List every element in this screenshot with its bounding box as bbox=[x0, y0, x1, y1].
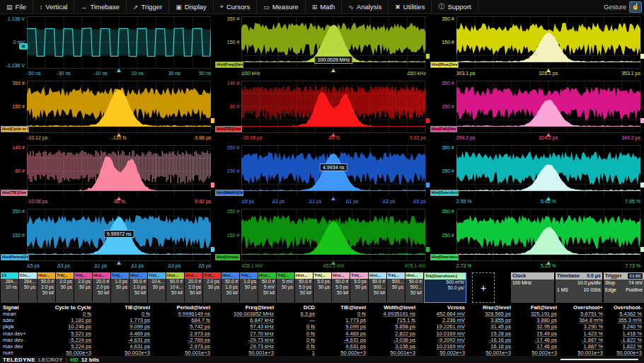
descriptor-box[interactable]: Hist...50.0 #5.0 ps50 k# bbox=[295, 272, 313, 303]
gesture-control[interactable]: Gesture ☝ bbox=[604, 1, 644, 13]
table-cell: -29.73 kHz bbox=[212, 337, 276, 343]
trace-label[interactable]: Hist(Freq@lev bbox=[215, 62, 243, 68]
panel-zoom-trace-z3[interactable]: 1.136 V0 mV-1.136 V-50 ns-30 ns-10 ns10 … bbox=[0, 14, 214, 79]
descriptor-box[interactable]: Hist...50.0 #10 k...50 k# bbox=[166, 272, 184, 303]
descriptor-box[interactable]: Trk(...5.0 ps50 μs bbox=[314, 272, 331, 303]
menu-utilities[interactable]: ✖Utilities bbox=[389, 0, 432, 13]
x-axis: Δ5 psΔ3 psΔ1 psΔ1 psΔ3 psΔ5 ps bbox=[27, 263, 211, 270]
descriptor-box[interactable]: Hist...50.0 #1.0 ps50 k# bbox=[130, 272, 147, 303]
panel-hist-cycle-to-cycle[interactable]: 350 #150 #-50 #-10.12 ps-120 fs9.88 psHi… bbox=[0, 79, 214, 143]
descriptor-value: 1.0 ps bbox=[240, 279, 258, 284]
plot-area bbox=[456, 81, 640, 133]
descriptor-box[interactable]: Hist...50.0 #500...50 k# bbox=[406, 272, 423, 303]
y-tick: 350 # bbox=[430, 145, 454, 150]
timebase-sample-rate: 10 GS/s bbox=[583, 287, 601, 294]
panel-hist-overshoot-neg[interactable]: 350 #150 #-50 #2.73 %5.23 %7.73 %Hist(Ov… bbox=[430, 207, 644, 271]
trace-label[interactable]: Hist(Width@le bbox=[215, 190, 243, 196]
table-cell: 50.002e+3 bbox=[513, 350, 559, 356]
descriptor-box[interactable]: Hist...20.0 #2.0 ps50 k# bbox=[93, 272, 110, 303]
trace-label[interactable]: Hist(Overshoot bbox=[430, 190, 459, 196]
descriptor-box[interactable]: Trk(...2.0 ps50 μs bbox=[203, 272, 221, 303]
level-marker bbox=[640, 54, 644, 59]
descriptor-box[interactable]: Trk(...1.0 ps50 μs bbox=[240, 272, 258, 303]
x-tick: -10.08 ps bbox=[241, 135, 262, 140]
panel-hist-period-at-level[interactable]: 350 #150 #-50 #9.99972 nsΔ5 psΔ3 psΔ1 ps… bbox=[0, 207, 214, 271]
row-label: max dev- bbox=[0, 337, 37, 343]
descriptor-box[interactable]: Hist...50.0 #5 mV50 k# bbox=[258, 272, 276, 303]
column-header: Freq@level bbox=[212, 304, 276, 311]
table-cell: 50.001e+3 bbox=[152, 350, 212, 356]
descriptor-box[interactable]: Clo...284...50 μs bbox=[19, 272, 37, 303]
trace-label[interactable]: Hist(Vcross bbox=[215, 254, 240, 260]
trace-label[interactable]: Hist(Rise@lev bbox=[430, 62, 459, 68]
column-header: Width@level bbox=[368, 304, 418, 311]
panel-hist-tie-pink[interactable]: 140 #60 #-20 #-10.08 ps-80 fs9.92 psHist… bbox=[0, 143, 214, 207]
trace-label[interactable]: Hist(Overshoot- bbox=[430, 254, 459, 260]
descriptor-box[interactable]: Trk(...5 mV50 μs bbox=[277, 272, 294, 303]
descriptor-box[interactable]: Hist...20.0 #2.0 ps50 k# bbox=[185, 272, 202, 303]
descriptor-box[interactable]: Trk(...2.0 ps50 μs bbox=[56, 272, 74, 303]
trigger-position-caret bbox=[546, 197, 551, 200]
plot-area bbox=[456, 16, 640, 69]
descriptor-title: Trk(... bbox=[240, 272, 258, 279]
descriptor-trk-overshoot-neg[interactable]: Trk(Overshoot-) 500 m%/ 50.0 μs/ bbox=[424, 272, 466, 303]
descriptor-box[interactable]: Trk(...5.0 ps50 μs bbox=[350, 272, 368, 303]
trace-label[interactable]: Hist(TIE@lev bbox=[1, 190, 28, 196]
menu-display[interactable]: ▣Display bbox=[169, 0, 214, 13]
timebase-icon: ↔ bbox=[81, 4, 87, 11]
descriptor-box[interactable]: Hist...50.0 #500...50 k# bbox=[369, 272, 386, 303]
descriptor-box[interactable]: Trk(...10 k...50 μs bbox=[148, 272, 166, 303]
y-tick: 150 # bbox=[214, 233, 239, 238]
panel-hist-width-at-level[interactable]: 350 #150 #-50 #4.9934 nsΔ5 psΔ3 psΔ1 psΔ… bbox=[214, 143, 429, 207]
x-tick: 353.1 ps bbox=[621, 71, 640, 76]
y-tick: 150 # bbox=[214, 168, 239, 173]
menu-measure[interactable]: ▭Measure bbox=[257, 0, 305, 13]
y-tick: 350 # bbox=[214, 209, 239, 214]
descriptor-title: Clo... bbox=[19, 272, 37, 279]
descriptor-title: Hist... bbox=[222, 272, 239, 279]
menu-file[interactable]: ▤File bbox=[0, 0, 33, 13]
trace-label[interactable]: Hist(Period@le bbox=[1, 254, 29, 260]
descriptor-box[interactable]: Hist...50.0 #1.0 ps50 k# bbox=[222, 272, 239, 303]
menu-vertical[interactable]: ↕Vertical bbox=[33, 0, 75, 13]
table-cell: 50.000e+3 bbox=[605, 350, 644, 356]
trace-label[interactable]: Hist(Fall@lev bbox=[430, 126, 458, 132]
menu-cursors[interactable]: ⌖Cursors bbox=[214, 0, 257, 13]
descriptor-box[interactable]: Trk(...2.0 ps50 μs bbox=[74, 272, 92, 303]
timebase-box[interactable]: Timebase 0.0 μs 10.0 μs/div 1 MS 10 GS/s bbox=[556, 272, 602, 303]
trigger-box[interactable]: Trigger C1 DC Stop 74 mV Edge Positive bbox=[604, 272, 644, 303]
table-cell: 1.822 % bbox=[605, 343, 644, 350]
descriptor-box[interactable]: Trk(...1.0 ps50 μs bbox=[111, 272, 129, 303]
descriptor-value: 2.0 ps bbox=[185, 284, 202, 290]
panel-hist-tie-red[interactable]: 140 #60 #-20 #-10.08 ps-80 fs9.92 psHist… bbox=[214, 79, 429, 143]
add-trace-button[interactable]: + bbox=[472, 272, 495, 303]
table-cell: — bbox=[276, 317, 317, 323]
panel-hist-fall-at-level[interactable]: 350 #150 #-50 #299.2 ps324.2 ps349.2 psH… bbox=[430, 79, 644, 143]
panel-hist-overshoot-pos-cyan[interactable]: 350 #150 #-50 #2.95 %5.45 %7.95 %Hist(Ov… bbox=[430, 143, 644, 207]
timebase-scale: 10.0 μs/div bbox=[577, 280, 601, 287]
trace-label[interactable]: Hist(TIE@lev bbox=[215, 126, 242, 132]
descriptor-title: Hist... bbox=[93, 272, 110, 279]
table-cell: -9.2092 mV bbox=[418, 337, 467, 343]
menu-analysis[interactable]: ∿Analysis bbox=[342, 0, 389, 13]
descriptor-box[interactable]: Hist...50.0 #5.0 ps50 k# bbox=[332, 272, 350, 303]
menu-timebase[interactable]: ↔Timebase bbox=[74, 0, 126, 13]
x-tick: 478.1 mV bbox=[405, 263, 426, 268]
table-cell: 1.867 % bbox=[559, 343, 605, 350]
clock-box[interactable]: Clock 100 MHz bbox=[511, 272, 554, 303]
panel-hist-vcross[interactable]: 350 #150 #-50 #428.1 mV453.1 mV478.1 mVH… bbox=[214, 207, 429, 271]
y-tick: 150 # bbox=[430, 168, 454, 173]
gesture-hand-icon[interactable]: ☝ bbox=[629, 1, 642, 13]
y-tick: 60 # bbox=[214, 104, 239, 109]
descriptor-box[interactable]: Trk(...500...50 μs bbox=[387, 272, 405, 303]
y-tick: 350 # bbox=[214, 145, 239, 150]
menu-trigger[interactable]: ↗Trigger bbox=[127, 0, 169, 13]
trace-label[interactable]: Hist(Cycle to C bbox=[1, 126, 29, 132]
menu-label: Display bbox=[185, 3, 207, 11]
menu-math[interactable]: ⊞Math bbox=[306, 0, 343, 13]
descriptor-box[interactable]: Z3284...10 ns bbox=[1, 272, 18, 303]
panel-hist-rise-at-level[interactable]: 350 #150 #-50 #303.1 ps328.1 ps353.1 psH… bbox=[430, 14, 644, 79]
panel-hist-freq-at-level[interactable]: 350 #150 #-50 #100.0029 MHzΔ50 kHzΔ50 kH… bbox=[214, 14, 429, 79]
menu-support[interactable]: ⓘSupport bbox=[432, 0, 478, 13]
descriptor-box[interactable]: Hist...50.0 #2.0 ps50 k# bbox=[38, 272, 55, 303]
